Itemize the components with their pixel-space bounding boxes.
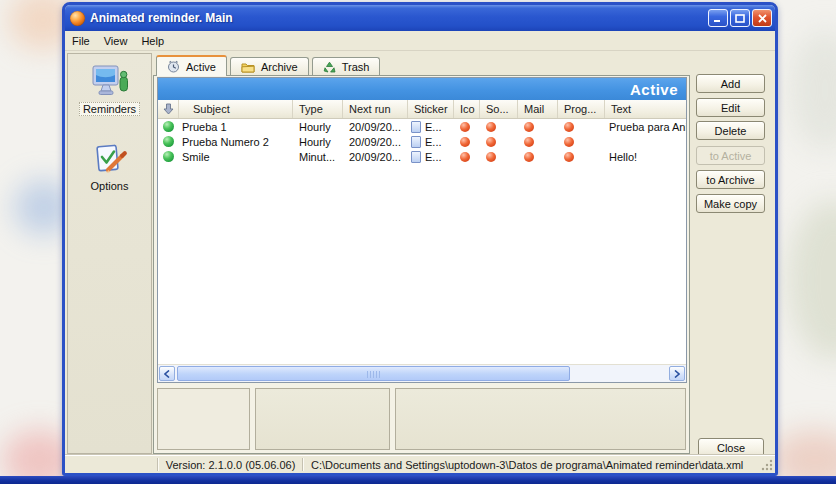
ico-indicator-dot xyxy=(460,137,470,147)
make-copy-button[interactable]: Make copy xyxy=(696,194,765,213)
delete-button[interactable]: Delete xyxy=(696,121,765,140)
app-icon xyxy=(70,11,85,26)
background-blob xyxy=(788,200,836,360)
cell-sticker: E... xyxy=(425,136,442,148)
cell-type: Hourly xyxy=(293,136,343,148)
status-segment-empty xyxy=(65,458,157,471)
sound-indicator-dot xyxy=(486,137,496,147)
reminder-row[interactable]: Smile Minut... 20/09/20... E... Hello! xyxy=(158,149,686,164)
reminders-icon xyxy=(89,64,131,100)
sort-down-arrow-icon xyxy=(163,103,174,115)
column-header-sound[interactable]: So... xyxy=(480,100,518,118)
reminder-list: Active Subject Type Next run Sticker Ico xyxy=(157,77,687,383)
preview-panel-text xyxy=(395,388,686,450)
tab-trash[interactable]: Trash xyxy=(312,57,381,76)
minimize-button[interactable] xyxy=(708,9,728,27)
sidebar-item-reminders[interactable]: Reminders xyxy=(68,64,151,116)
program-indicator-dot xyxy=(564,152,574,162)
list-banner-title: Active xyxy=(630,81,678,98)
close-button[interactable] xyxy=(752,9,772,27)
cell-sticker: E... xyxy=(425,121,442,133)
sidebar-item-label: Options xyxy=(88,180,132,192)
reminder-row[interactable]: Prueba Numero 2 Hourly 20/09/20... E... xyxy=(158,134,686,149)
sidebar-item-options[interactable]: Options xyxy=(68,142,151,192)
taskbar-edge xyxy=(0,476,836,484)
title-bar[interactable]: Animated reminder. Main xyxy=(65,5,775,31)
tab-page-active: Active Subject Type Next run Sticker Ico xyxy=(153,75,690,454)
scroll-left-button[interactable] xyxy=(159,366,175,381)
column-header-next-run[interactable]: Next run xyxy=(343,100,408,118)
ico-indicator-dot xyxy=(460,122,470,132)
cell-next-run: 20/09/20... xyxy=(343,121,408,133)
list-empty-area xyxy=(158,164,686,364)
maximize-button[interactable] xyxy=(730,9,750,27)
tab-strip: Active Archive Trash xyxy=(156,55,383,76)
column-header-program[interactable]: Prog... xyxy=(558,100,605,118)
tab-label: Active xyxy=(186,61,216,73)
status-data-file-path: C:\Documents and Settings\uptodown-3\Dat… xyxy=(304,458,760,471)
cell-text: Prueba para Ani... xyxy=(605,121,686,133)
status-version: Version: 2.1.0.0 (05.06.06) xyxy=(159,458,302,471)
to-active-button[interactable]: to Active xyxy=(696,146,765,165)
status-active-dot xyxy=(163,136,174,147)
mail-indicator-dot xyxy=(524,152,534,162)
cell-subject: Prueba 1 xyxy=(179,121,293,133)
desktop-background: Animated reminder. Main File View Help xyxy=(0,0,836,484)
cell-subject: Prueba Numero 2 xyxy=(179,136,293,148)
window-controls xyxy=(708,9,772,27)
status-active-dot xyxy=(163,121,174,132)
column-header-subject[interactable]: Subject xyxy=(179,100,293,118)
sound-indicator-dot xyxy=(486,152,496,162)
background-blob xyxy=(790,30,836,150)
status-bar: Version: 2.1.0.0 (05.06.06) C:\Documents… xyxy=(65,455,775,473)
close-icon xyxy=(758,14,767,23)
menu-view[interactable]: View xyxy=(97,33,135,49)
trash-tab-icon xyxy=(323,61,336,74)
sidebar: Reminders Options xyxy=(67,53,152,454)
list-header: Subject Type Next run Sticker Ico So... … xyxy=(158,100,686,119)
column-header-ico[interactable]: Ico xyxy=(454,100,480,118)
column-header-text[interactable]: Text xyxy=(605,100,686,118)
tab-label: Archive xyxy=(261,61,298,73)
column-header-mail[interactable]: Mail xyxy=(518,100,558,118)
app-window: Animated reminder. Main File View Help xyxy=(62,2,778,476)
tab-label: Trash xyxy=(342,61,370,73)
archive-tab-icon xyxy=(241,61,255,73)
scrollbar-thumb[interactable] xyxy=(177,366,570,381)
edit-button[interactable]: Edit xyxy=(696,98,765,117)
status-active-dot xyxy=(163,151,174,162)
cell-sticker: E... xyxy=(425,151,442,163)
sound-indicator-dot xyxy=(486,122,496,132)
preview-panel-sticker xyxy=(157,388,250,450)
mail-indicator-dot xyxy=(524,122,534,132)
column-header-sticker[interactable]: Sticker xyxy=(408,100,454,118)
reminder-row[interactable]: Prueba 1 Hourly 20/09/20... E... Prueba … xyxy=(158,119,686,134)
cell-next-run: 20/09/20... xyxy=(343,151,408,163)
client-area: Reminders Options xyxy=(65,51,775,456)
chevron-left-icon xyxy=(164,370,170,378)
active-tab-icon xyxy=(167,60,180,73)
menu-bar: File View Help xyxy=(65,31,775,51)
mail-indicator-dot xyxy=(524,137,534,147)
sticker-icon xyxy=(411,151,421,163)
scroll-right-button[interactable] xyxy=(669,366,685,381)
menu-help[interactable]: Help xyxy=(134,33,171,49)
resize-grip-icon xyxy=(760,458,774,472)
sort-column-header[interactable] xyxy=(158,100,179,118)
tab-active[interactable]: Active xyxy=(156,55,227,76)
horizontal-scrollbar[interactable] xyxy=(158,364,686,382)
resize-grip[interactable] xyxy=(760,458,774,472)
cell-text: Hello! xyxy=(605,151,686,163)
scrollbar-grip xyxy=(367,371,381,378)
ico-indicator-dot xyxy=(460,152,470,162)
minimize-icon xyxy=(713,14,723,23)
sticker-icon xyxy=(411,121,421,133)
options-icon xyxy=(90,142,130,178)
chevron-right-icon xyxy=(674,370,680,378)
tab-archive[interactable]: Archive xyxy=(230,57,309,76)
to-archive-button[interactable]: to Archive xyxy=(696,170,765,189)
column-header-type[interactable]: Type xyxy=(293,100,343,118)
maximize-icon xyxy=(735,14,745,23)
menu-file[interactable]: File xyxy=(65,33,97,49)
add-button[interactable]: Add xyxy=(696,74,765,93)
